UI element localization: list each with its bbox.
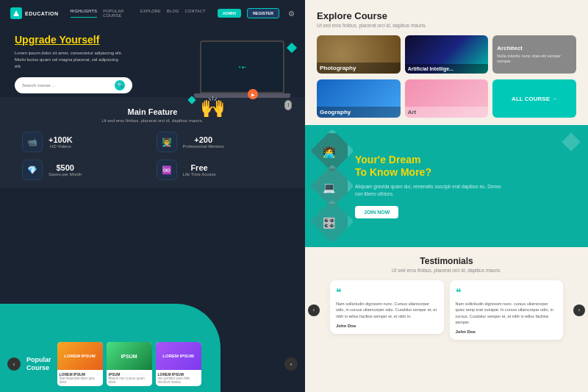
savings-icon: 💎 [22, 160, 43, 180]
testimonial-text-1: Nam sollicitudin dignissim nunc. cursus … [456, 301, 558, 325]
dream-description: Aliquam gravida quam dui, venenatis susc… [355, 183, 502, 198]
testimonial-author-1: John Doe [456, 329, 558, 334]
explore-title: Explore Course [317, 10, 576, 21]
photo-image: Photography [317, 35, 401, 74]
search-bar: 🔍 [15, 77, 132, 93]
testimonials-section: Testimonials Ut sed eros finibus, placer… [305, 247, 588, 346]
testimonials-title: Testimonials [317, 256, 576, 266]
explore-subtitle: Ut sed eros finibus, placerat orci id, d… [317, 23, 576, 28]
dream-title-line1: Your'e Dream [355, 154, 420, 165]
testimonials-prev-button[interactable]: ‹ [308, 304, 320, 316]
course-card-img-0: LOREM IPSUM [57, 342, 103, 370]
course-grid-row2: Geography Art ALL COURSE → [317, 79, 576, 118]
logo-text: EDUCATION [25, 11, 59, 16]
feature-mentors: 👨‍🏫 +200 Professional Mentors [157, 132, 284, 152]
testimonials-wrapper: ‹ ❝ Nam sollicitudin dignissim nunc. Cur… [317, 280, 576, 340]
features-subtitle: Ut sed eros finibus, placerat orci id, d… [15, 118, 290, 123]
course-thumb-geography[interactable]: Geography [317, 79, 401, 118]
logo[interactable]: EDUCATION [10, 7, 59, 19]
feature-access: ♾️ Free Life Time Access [157, 160, 284, 180]
course-card-0[interactable]: LOREM IPSUM LOREM IPSUM Sed imperdiet di… [57, 342, 103, 386]
popular-label: PopularCourse [26, 356, 51, 372]
course-thumb-photography[interactable]: Photography [317, 35, 401, 74]
dream-diamonds: 🧑‍💻 💻 🎛️ [317, 135, 348, 237]
nav-link-popular[interactable]: POPULAR COURSE [103, 9, 135, 18]
testimonial-card-1: ❝ Nam sollicitudin dignissim nunc. cursu… [450, 280, 564, 340]
dream-diamond-3: 🎛️ [310, 199, 354, 243]
photo-label: Photography [317, 63, 401, 74]
feature-mentors-label: Professional Mentors [183, 144, 224, 149]
course-card-body-2: LOREM IPSUM nec porttitor justo felis ti… [156, 370, 201, 386]
hero-section: Upgrade Yourself Lorem ipsum dolor sit a… [0, 26, 305, 93]
dream-section: 🧑‍💻 💻 🎛️ Your'e Dream To Know More? Aliq… [305, 125, 588, 247]
ai-label: Artificial Intellige... [405, 64, 489, 74]
features-section: Main Feature Ut sed eros finibus, placer… [0, 97, 305, 188]
feature-access-label: Life Time Access [183, 172, 216, 177]
course-thumb-art[interactable]: Art [405, 79, 489, 118]
dream-image-group: 🧑‍💻 💻 [317, 135, 348, 202]
explore-section: Explore Course Ut sed eros finibus, plac… [305, 0, 588, 125]
testimonial-author-0: John Doe [336, 324, 438, 328]
art-image: Art [405, 79, 489, 118]
right-panel: Explore Course Ut sed eros finibus, plac… [305, 0, 588, 392]
course-card-body-1: iPSUM Mauris non cursus quam dolor [107, 370, 152, 386]
testimonials-subtitle: Ut sed eros finibus, placerat orci id, d… [317, 268, 576, 273]
next-button[interactable]: › [284, 357, 298, 371]
course-thumb-ai[interactable]: Artificial Intellige... [405, 35, 489, 74]
nav-link-highlights[interactable]: HIGHLIGHTS [71, 9, 98, 18]
feature-savings-label: Saves per Month [49, 172, 82, 177]
course-card-1[interactable]: iPSUM iPSUM Mauris non cursus quam dolor [107, 342, 152, 386]
laptop-icon: 💻 [310, 168, 348, 207]
nav-link-blog[interactable]: BLOG [167, 9, 179, 18]
feature-savings-info: $500 Saves per Month [49, 163, 82, 177]
navigation: EDUCATION HIGHLIGHTS POPULAR COURSE EXPL… [0, 0, 305, 26]
art-label: Art [405, 107, 489, 118]
features-grid: 📹 +100K HD Videos 👨‍🏫 +200 Professional … [15, 132, 290, 180]
quote-icon-1: ❝ [456, 286, 558, 298]
search-button[interactable]: 🔍 [115, 80, 125, 90]
dream-title-line2: To Know More? [355, 166, 431, 178]
dream-content: Your'e Dream To Know More? Aliquam gravi… [355, 154, 576, 218]
arch-title: Architect [497, 45, 572, 51]
nav-link-contact[interactable]: CONTACT [185, 9, 206, 18]
prev-button[interactable]: ‹ [7, 357, 21, 371]
feature-videos-info: +100K HD Videos [49, 135, 73, 149]
feature-savings-value: $500 [49, 163, 82, 172]
course-card-img-1: iPSUM [107, 342, 152, 370]
testimonial-text-0: Nam sollicitudin dignissim nunc. Cursus … [336, 301, 438, 319]
feature-mentors-info: +200 Professional Mentors [183, 135, 224, 149]
testimonial-card-0: ❝ Nam sollicitudin dignissim nunc. Cursu… [330, 280, 444, 334]
course-card-img-2: LOREM IPSUM [156, 342, 201, 370]
feature-videos: 📹 +100K HD Videos [22, 132, 149, 152]
all-course-button[interactable]: ALL COURSE → [492, 79, 576, 118]
course-card-2[interactable]: LOREM IPSUM LOREM IPSUM nec porttitor ju… [156, 342, 201, 386]
course-cards: LOREM IPSUM LOREM IPSUM Sed imperdiet di… [57, 342, 279, 386]
search-input[interactable] [22, 83, 110, 88]
person-icon: 🧑‍💻 [310, 133, 348, 171]
left-panel: EDUCATION HIGHLIGHTS POPULAR COURSE EXPL… [0, 0, 305, 392]
testimonials-next-button[interactable]: › [573, 304, 585, 316]
access-icon: ♾️ [157, 160, 177, 180]
testimonials-cards: ❝ Nam sollicitudin dignissim nunc. Cursu… [330, 280, 563, 340]
mixer-icon: 🎛️ [310, 204, 348, 242]
feature-videos-label: HD Videos [49, 144, 73, 149]
logo-icon [10, 7, 22, 19]
mentor-icon: 👨‍🏫 [157, 132, 177, 152]
course-thumb-architect[interactable]: Architect Nulla lobortis nunc vitae elit… [492, 35, 576, 74]
register-button[interactable]: REGISTER [247, 8, 279, 18]
features-title: Main Feature [15, 107, 290, 116]
feature-videos-value: +100K [49, 135, 73, 144]
arch-desc: Nulla lobortis nunc vitae elit semper se… [497, 54, 572, 64]
course-card-sub-0: Sed imperdiet diam quis dolor [60, 377, 101, 384]
nav-link-explore[interactable]: EXPLORE [140, 9, 161, 18]
feature-access-info: Free Life Time Access [183, 163, 216, 177]
svg-marker-0 [13, 10, 19, 16]
ai-image: Artificial Intellige... [405, 35, 489, 74]
admin-button[interactable]: ADMIN [218, 9, 241, 18]
corner-decoration [562, 132, 580, 151]
geo-label: Geography [317, 107, 401, 118]
course-grid-row1: Photography Artificial Intellige... Arch… [317, 35, 576, 74]
hero-title: Upgrade Yourself [15, 34, 290, 46]
join-now-button[interactable]: JOIN NOW [355, 206, 398, 218]
gear-icon[interactable]: ⚙ [288, 10, 295, 18]
